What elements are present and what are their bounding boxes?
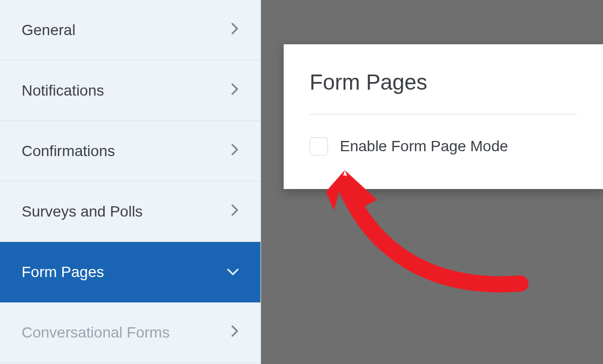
chevron-right-icon xyxy=(231,144,239,159)
content-area: Form Pages Enable Form Page Mode xyxy=(261,0,603,364)
form-pages-panel: Form Pages Enable Form Page Mode xyxy=(284,44,603,189)
chevron-right-icon xyxy=(231,23,239,38)
option-label: Enable Form Page Mode xyxy=(340,138,508,155)
panel-title: Form Pages xyxy=(310,70,577,95)
divider xyxy=(310,114,577,114)
settings-sidebar: General Notifications Confirmations Surv… xyxy=(0,0,261,364)
sidebar-item-label: Notifications xyxy=(22,82,104,99)
sidebar-item-general[interactable]: General xyxy=(0,0,260,60)
sidebar-item-label: Confirmations xyxy=(22,143,115,160)
sidebar-item-label: Form Pages xyxy=(22,264,104,281)
chevron-right-icon xyxy=(231,325,239,340)
sidebar-item-label: Surveys and Polls xyxy=(22,203,143,220)
chevron-right-icon xyxy=(231,204,239,219)
sidebar-item-conversational-forms[interactable]: Conversational Forms xyxy=(0,302,260,363)
chevron-right-icon xyxy=(231,83,239,98)
sidebar-item-notifications[interactable]: Notifications xyxy=(0,60,260,121)
sidebar-item-surveys-polls[interactable]: Surveys and Polls xyxy=(0,181,260,242)
enable-form-page-mode-checkbox[interactable] xyxy=(310,137,328,156)
sidebar-item-confirmations[interactable]: Confirmations xyxy=(0,121,260,181)
sidebar-item-label: Conversational Forms xyxy=(22,324,170,341)
chevron-down-icon xyxy=(227,265,239,279)
enable-form-page-mode-option: Enable Form Page Mode xyxy=(310,137,577,156)
sidebar-item-form-pages[interactable]: Form Pages xyxy=(0,242,260,302)
sidebar-item-label: General xyxy=(22,22,76,39)
